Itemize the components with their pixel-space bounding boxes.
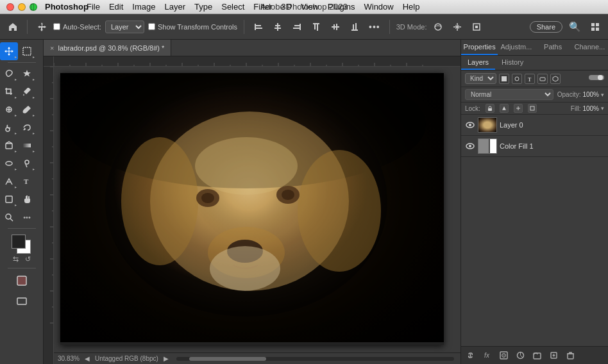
dodge-tool-icon[interactable]: ▸ [18,154,36,172]
delete-layer-icon[interactable] [565,351,575,361]
menu-image[interactable]: Image [132,2,155,12]
quick-mask-icon[interactable] [13,272,31,290]
new-layer-icon[interactable] [548,351,559,361]
show-transform-checkbox[interactable]: Show Transform Controls [148,23,237,31]
filter-adjust-icon[interactable] [512,74,522,84]
extra-tools-icon[interactable]: ••• [18,208,36,226]
document-tab[interactable]: × labrador.psd @ 30.8% (RGB/8#) * [44,40,171,56]
align-center-v-button[interactable] [328,20,343,34]
link-layers-icon[interactable] [465,351,475,361]
menu-select[interactable]: Select [221,2,244,12]
history-brush-icon[interactable]: ▸ [18,119,36,136]
close-icon[interactable]: × [50,44,54,52]
filter-shape-icon[interactable] [537,74,548,84]
filter-pixel-icon[interactable] [499,74,509,84]
move-tool-icon[interactable]: ▸ [0,42,18,60]
menu-window[interactable]: Window [364,2,393,12]
menu-help[interactable]: Help [403,2,420,12]
shape-tool-icon[interactable]: ▸ [0,190,18,208]
opacity-chevron[interactable]: ▾ [601,92,604,98]
menu-3d[interactable]: 3D [281,2,292,12]
auto-select-checkbox[interactable]: Auto-Select: [53,23,101,31]
menu-filter[interactable]: Filter [253,2,272,12]
new-group-icon[interactable] [532,351,542,361]
crop-tool-icon[interactable]: ▸ [0,83,18,101]
show-transform-input[interactable] [148,23,155,30]
filter-smart-icon[interactable] [550,74,561,84]
layer-filter-select[interactable]: Kind [465,73,496,84]
foreground-color-swatch[interactable] [12,235,26,249]
layer-item-0[interactable]: Layer 0 [461,115,608,136]
lock-paint-icon[interactable] [500,104,509,113]
lasso-tool-icon[interactable]: ▸ [0,65,18,83]
tab-paths[interactable]: Paths [535,40,571,55]
search-button[interactable]: 🔍 [566,19,584,35]
workspace-button[interactable] [587,20,603,34]
close-button[interactable] [6,3,14,11]
pen-tool-icon[interactable]: ▸ [0,172,18,190]
opacity-value[interactable]: 100% [582,91,599,98]
share-button[interactable]: Share [530,21,562,33]
fill-chevron[interactable]: ▾ [601,105,604,112]
add-adjustment-icon[interactable] [515,351,525,361]
3d-orbit-button[interactable] [430,20,446,34]
menu-type[interactable]: Type [194,2,212,12]
arrow-icon: ▸ [15,185,17,189]
heal-tool-icon[interactable]: ▸ [0,101,18,119]
zoom-tool-icon[interactable] [0,208,18,226]
menu-plugins[interactable]: Plugins [328,2,355,12]
tab-channels[interactable]: Channe... [571,40,608,55]
3d-pan-button[interactable] [450,20,465,34]
arrow-icon: ▸ [33,149,35,153]
canvas-image[interactable] [60,73,444,342]
blur-tool-icon[interactable]: ▸ [0,154,18,172]
blend-mode-select[interactable]: Normal Multiply Screen Overlay [465,89,553,100]
arrow-icon: ▸ [15,95,17,99]
more-options-button[interactable]: ••• [366,20,383,34]
layer-item-1[interactable]: Color Fill 1 [461,136,608,157]
hand-tool-icon[interactable] [18,190,36,208]
screen-mode-icon[interactable] [13,292,31,310]
filter-toggle[interactable] [589,74,604,83]
tab-properties[interactable]: Properties [461,40,498,55]
lock-artboard-icon[interactable] [528,104,537,113]
status-arrow-left[interactable]: ◀ [85,355,90,362]
align-bottom-button[interactable] [347,20,362,34]
layer-visibility-0[interactable] [465,120,475,130]
lock-position-icon[interactable] [514,104,523,113]
align-center-h-button[interactable] [270,20,285,34]
clone-stamp-icon[interactable]: ▸ [0,119,18,136]
minimize-button[interactable] [18,3,26,11]
lock-pixels-icon[interactable] [486,104,494,113]
gradient-tool-icon[interactable]: ▸ [18,136,36,154]
layer-visibility-1[interactable] [465,141,475,151]
eyedropper-icon[interactable]: ▸ [18,83,36,101]
menu-layer[interactable]: Layer [165,2,186,12]
add-mask-icon[interactable] [498,351,509,361]
align-left-button[interactable] [251,20,266,34]
fx-icon[interactable]: fx [482,351,492,361]
fill-value[interactable]: 100% [582,105,599,112]
text-tool-icon[interactable]: T [18,172,36,190]
menu-edit[interactable]: Edit [109,2,123,12]
marquee-tool-icon[interactable]: ▸ [18,42,36,60]
tab-adjustments[interactable]: Adjustm... [498,40,534,55]
3d-scale-button[interactable] [469,20,484,34]
align-top-button[interactable] [308,20,324,34]
layer-select[interactable]: Layer Group [105,21,144,33]
eraser-tool-icon[interactable]: ▸ [0,136,18,154]
auto-select-input[interactable] [53,23,60,30]
home-button[interactable] [5,20,21,34]
tab-layers[interactable]: Layers [461,56,495,70]
arrow-icon: ▸ [15,77,17,81]
move-tool-button[interactable] [34,20,49,34]
menu-file[interactable]: File [87,2,100,12]
tab-history[interactable]: History [495,56,530,70]
align-right-button[interactable] [289,20,305,34]
filter-type-icon[interactable]: T [525,74,535,84]
magic-wand-icon[interactable]: ▸ [18,65,36,83]
brush-tool-icon[interactable]: ▸ [18,101,36,119]
menu-view[interactable]: View [301,2,319,12]
status-arrow-right[interactable]: ▶ [164,355,169,362]
scroll-thumb-h[interactable] [189,357,266,361]
